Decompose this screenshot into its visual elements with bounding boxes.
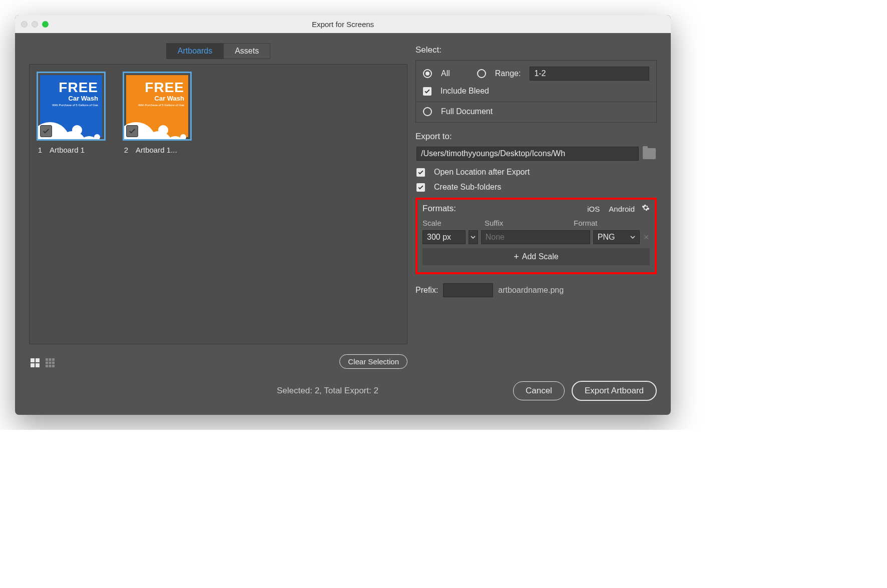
- svg-rect-8: [49, 361, 52, 364]
- check-icon: [417, 184, 424, 191]
- export-to-heading: Export to:: [415, 132, 657, 142]
- ios-preset-button[interactable]: iOS: [587, 205, 600, 213]
- check-icon: [424, 88, 430, 95]
- svg-rect-12: [52, 365, 55, 367]
- svg-rect-10: [46, 365, 48, 367]
- formats-settings-button[interactable]: [642, 204, 650, 214]
- thumb-name: Artboard 1: [50, 146, 85, 154]
- artboard-thumbnail[interactable]: FREE Car Wash With Purchase of 5 Gallons…: [37, 72, 106, 154]
- select-range-label: Range:: [495, 69, 521, 78]
- svg-rect-3: [36, 363, 40, 367]
- thumbnail-checkbox[interactable]: [40, 125, 52, 137]
- thumb-text-mid: Car Wash: [52, 95, 98, 102]
- svg-rect-6: [52, 358, 55, 361]
- open-location-checkbox[interactable]: [416, 168, 425, 177]
- svg-rect-9: [52, 361, 55, 364]
- thumb-text-sm: With Purchase of 5 Gallons of Gas: [138, 104, 184, 107]
- chevron-down-icon: [471, 235, 476, 240]
- android-preset-button[interactable]: Android: [609, 205, 635, 213]
- export-path-input[interactable]: [416, 147, 639, 161]
- select-heading: Select:: [415, 45, 657, 55]
- create-subfolders-label: Create Sub-folders: [434, 183, 501, 192]
- tab-assets[interactable]: Assets: [223, 43, 270, 59]
- include-bleed-label: Include Bleed: [440, 87, 489, 96]
- thumb-text-big: FREE: [52, 81, 98, 94]
- check-icon: [128, 127, 136, 135]
- grid-large-icon: [30, 358, 40, 368]
- select-panel: All Range: Include Bleed Full Document: [415, 60, 657, 123]
- full-document-radio[interactable]: [423, 107, 432, 116]
- artboard-preview-area: FREE Car Wash With Purchase of 5 Gallons…: [29, 64, 407, 344]
- view-grid-small-button[interactable]: [44, 357, 56, 369]
- add-scale-button[interactable]: + Add Scale: [422, 248, 650, 265]
- svg-rect-11: [49, 365, 52, 367]
- formats-section: Formats: iOS Android Scale Suffix Format: [415, 198, 657, 274]
- export-artboard-button[interactable]: Export Artboard: [572, 381, 657, 401]
- thumb-text-mid: Car Wash: [138, 95, 184, 102]
- create-subfolders-checkbox[interactable]: [416, 183, 425, 192]
- col-scale-header: Scale: [422, 219, 482, 227]
- tab-artboards[interactable]: Artboards: [166, 43, 223, 59]
- check-icon: [42, 127, 50, 135]
- format-row: PNG ×: [422, 230, 650, 244]
- titlebar: Export for Screens: [15, 15, 671, 33]
- format-value: PNG: [598, 233, 615, 242]
- thumb-index: 2: [123, 146, 130, 154]
- col-suffix-header: Suffix: [485, 219, 571, 227]
- cancel-button[interactable]: Cancel: [513, 381, 565, 400]
- suffix-input[interactable]: [481, 230, 590, 244]
- export-for-screens-dialog: Export for Screens Artboards Assets FREE: [15, 15, 671, 415]
- select-range-radio[interactable]: [477, 69, 486, 78]
- select-all-label: All: [441, 69, 450, 78]
- status-text: Selected: 2, Total Export: 2: [149, 386, 506, 396]
- prefix-label: Prefix:: [415, 286, 438, 295]
- svg-rect-5: [49, 358, 52, 361]
- svg-rect-2: [31, 363, 35, 367]
- select-all-radio[interactable]: [423, 69, 432, 78]
- svg-rect-7: [46, 361, 48, 364]
- svg-rect-4: [46, 358, 48, 361]
- plus-icon: +: [514, 252, 519, 262]
- browse-folder-button[interactable]: [643, 148, 656, 159]
- add-scale-label: Add Scale: [522, 252, 559, 261]
- prefix-input[interactable]: [443, 283, 493, 297]
- artboard-thumbnail[interactable]: FREE Car Wash With Purchase of 5 Gallons…: [123, 72, 192, 154]
- thumbnail-checkbox[interactable]: [126, 125, 138, 137]
- include-bleed-checkbox[interactable]: [423, 87, 431, 96]
- thumb-text-big: FREE: [138, 81, 184, 94]
- range-input[interactable]: [530, 67, 649, 81]
- full-document-label: Full Document: [441, 107, 493, 116]
- grid-small-icon: [45, 358, 55, 368]
- delete-format-row-button[interactable]: ×: [643, 232, 650, 243]
- col-format-header: Format: [574, 219, 637, 227]
- format-select[interactable]: PNG: [593, 230, 640, 244]
- scale-input[interactable]: [422, 230, 466, 244]
- gear-icon: [642, 204, 650, 212]
- filename-preview: artboardname.png: [498, 286, 564, 295]
- thumb-text-sm: With Purchase of 5 Gallons of Gas: [52, 104, 98, 107]
- thumb-index: 1: [37, 146, 44, 154]
- scale-dropdown-button[interactable]: [469, 230, 478, 244]
- clear-selection-button[interactable]: Clear Selection: [339, 354, 407, 369]
- tab-bar: Artboards Assets: [29, 43, 407, 59]
- export-to-panel: Open Location after Export Create Sub-fo…: [415, 147, 657, 192]
- thumb-name: Artboard 1...: [136, 146, 177, 154]
- check-icon: [417, 169, 424, 176]
- svg-rect-0: [31, 358, 35, 362]
- chevron-down-icon: [630, 235, 635, 240]
- view-grid-large-button[interactable]: [29, 357, 41, 369]
- svg-rect-1: [36, 358, 40, 362]
- window-title: Export for Screens: [15, 20, 671, 29]
- formats-heading: Formats:: [422, 204, 456, 214]
- open-location-label: Open Location after Export: [434, 168, 530, 177]
